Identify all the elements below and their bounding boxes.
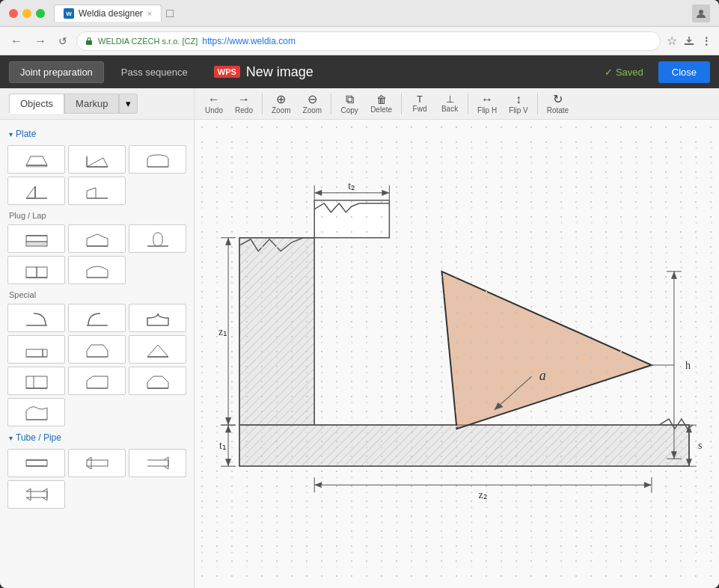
svg-marker-86 [671, 272, 677, 279]
plug-objects-grid [0, 221, 194, 287]
special-item-1[interactable] [7, 304, 65, 332]
plate-item-4[interactable] [7, 177, 65, 205]
undo-button[interactable]: ← Undo [201, 92, 227, 116]
zoom-in-button[interactable]: ⊕ Zoom [267, 92, 296, 116]
close-button[interactable]: Close [658, 61, 710, 83]
svg-marker-79 [314, 482, 322, 488]
joint-preparation-tab[interactable]: Joint preparation [9, 61, 104, 83]
plug-item-4[interactable] [7, 256, 65, 284]
plate-item-empty [129, 177, 186, 205]
svg-rect-55 [314, 200, 389, 238]
special-objects-grid [0, 301, 194, 429]
special-item-8[interactable] [68, 367, 126, 395]
fwd-label: Fwd [413, 105, 427, 113]
plate-item-2[interactable] [68, 145, 126, 174]
plug-item-1[interactable] [7, 224, 65, 253]
special-item-10[interactable] [7, 398, 65, 426]
plug-shape-4 [25, 260, 49, 281]
special-item-5[interactable] [68, 335, 126, 364]
special-item-6[interactable] [129, 335, 186, 364]
svg-marker-67 [225, 238, 231, 245]
flip-h-button[interactable]: ↔ Flip H [473, 92, 501, 116]
dropdown-button[interactable]: ▾ [119, 94, 138, 114]
svg-rect-1 [86, 40, 92, 45]
svg-text:z₂: z₂ [478, 489, 487, 500]
url-bar[interactable]: WELDIA CZECH s.r.o. [CZ] https://www.wel… [76, 31, 661, 51]
pass-sequence-tab[interactable]: Pass sequence [110, 61, 199, 83]
zoom-out-button[interactable]: ⊖ Zoom [299, 92, 327, 116]
redo-label: Redo [235, 106, 253, 114]
svg-rect-18 [26, 242, 47, 246]
svg-text:h: h [685, 360, 691, 371]
svg-marker-56 [441, 272, 651, 429]
special-shape-3 [146, 307, 170, 328]
section-plate-header[interactable]: Plate [0, 126, 194, 142]
back-button[interactable]: ← [7, 33, 25, 49]
tube-shape-3 [146, 453, 170, 474]
tube-item-4[interactable] [7, 480, 65, 509]
back-tool-button[interactable]: ⊥ Back [436, 93, 463, 114]
minimize-window-button[interactable] [22, 9, 31, 18]
url-company: WELDIA CZECH s.r.o. [CZ] [98, 37, 198, 46]
rotate-button[interactable]: ↻ Rotate [542, 92, 573, 116]
tube-item-2[interactable] [68, 449, 126, 477]
section-tube-header[interactable]: Tube / Pipe [0, 429, 194, 446]
special-item-3[interactable] [129, 304, 186, 332]
plate-item-3[interactable] [129, 145, 186, 174]
svg-rect-17 [26, 236, 47, 242]
zoom-out-label: Zoom [303, 106, 322, 114]
forward-button[interactable]: → [31, 33, 49, 49]
copy-button[interactable]: ⧉ Copy [336, 92, 363, 116]
plug-item-5[interactable] [68, 256, 126, 284]
plug-item-3[interactable] [129, 224, 186, 253]
plate-item-5[interactable] [68, 177, 126, 205]
delete-button[interactable]: 🗑 Delete [366, 93, 397, 115]
svg-text:a: a [539, 368, 546, 383]
new-tab-button[interactable]: □ [166, 7, 174, 20]
redo-button[interactable]: → Redo [230, 92, 257, 116]
undo-label: Undo [205, 106, 223, 114]
redo-icon: → [238, 94, 250, 105]
svg-rect-53 [239, 238, 314, 425]
special-item-2[interactable] [68, 304, 126, 332]
browser-menu-button[interactable]: ⋮ [701, 35, 712, 47]
bookmark-button[interactable]: ☆ [667, 34, 677, 48]
tab-markup[interactable]: Markup [64, 94, 119, 114]
plate-item-1[interactable] [7, 145, 65, 174]
special-item-4[interactable] [7, 335, 65, 364]
plug-shape-1 [25, 228, 49, 249]
svg-marker-68 [225, 417, 231, 425]
svg-rect-51 [239, 425, 689, 466]
flip-h-icon: ↔ [481, 94, 493, 105]
tube-item-3[interactable] [129, 449, 186, 477]
tab-objects[interactable]: Objects [9, 94, 64, 114]
tab-close-button[interactable]: × [147, 9, 152, 18]
special-shape-5 [85, 339, 109, 360]
refresh-button[interactable]: ↺ [55, 34, 70, 49]
tube-item-1[interactable] [7, 449, 65, 477]
plug-item-2[interactable] [68, 224, 126, 253]
close-window-button[interactable] [9, 9, 18, 18]
back-tool-icon: ⊥ [446, 94, 454, 104]
sidebar: Plate [0, 120, 195, 588]
flip-v-label: Flip V [509, 106, 528, 114]
fwd-icon: T [417, 94, 423, 104]
browser-tab[interactable]: W Weldia designer × [54, 4, 162, 22]
traffic-lights [9, 9, 45, 18]
special-shape-7 [25, 370, 49, 391]
canvas-area[interactable]: t₂ z₁ t₁ z₂ [195, 120, 719, 588]
special-item-9[interactable] [129, 367, 186, 395]
special-item-7[interactable] [7, 367, 65, 395]
secure-icon [85, 37, 94, 46]
app-toolbar: Joint preparation Pass sequence WPS New … [0, 55, 719, 88]
profile-button[interactable] [692, 4, 710, 22]
sidebar-content: Plate [0, 120, 194, 518]
special-shape-8 [85, 370, 109, 391]
special-shape-2 [85, 307, 109, 328]
svg-text:z₁: z₁ [218, 326, 227, 337]
flip-v-button[interactable]: ↕ Flip V [504, 92, 533, 116]
fwd-button[interactable]: T Fwd [406, 93, 433, 114]
maximize-window-button[interactable] [36, 9, 45, 18]
svg-text:t₂: t₂ [348, 180, 355, 192]
plate-shape-5 [85, 180, 109, 201]
